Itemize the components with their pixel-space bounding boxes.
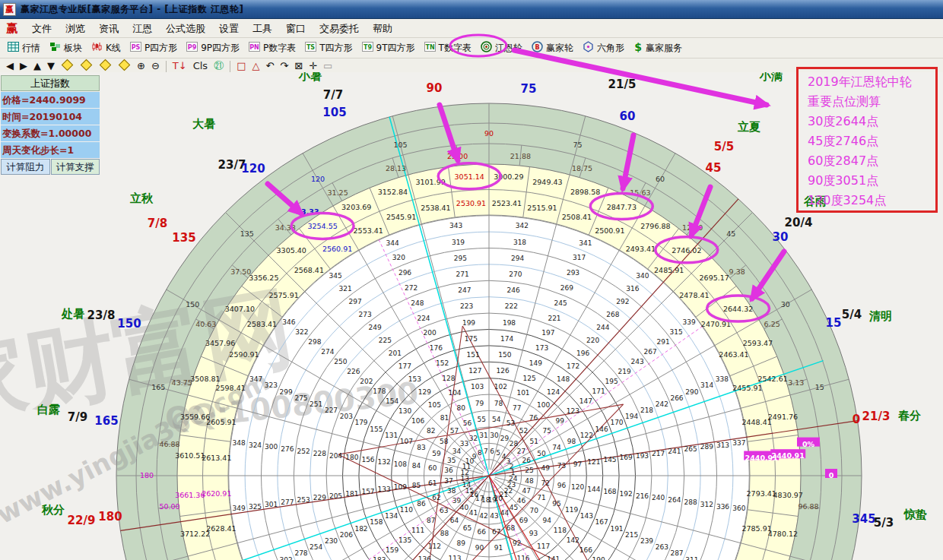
svg-text:2493.41: 2493.41 — [626, 245, 656, 253]
svg-text:219: 219 — [618, 368, 631, 375]
triangle-tool-icon[interactable]: △ — [249, 59, 262, 73]
svg-text:99: 99 — [556, 417, 565, 425]
step-down-icon[interactable] — [115, 59, 134, 73]
svg-text:171: 171 — [592, 388, 605, 395]
menu-item-7[interactable]: 窗口 — [279, 21, 313, 36]
menu-bar: 赢 文件浏览资讯江恩公式选股设置工具窗口交易委托帮助 — [0, 19, 943, 38]
svg-text:$: $ — [634, 41, 642, 52]
svg-text:302: 302 — [280, 556, 293, 560]
square-tool-icon[interactable]: □ — [233, 59, 249, 73]
svg-text:65: 65 — [463, 524, 472, 532]
menu-item-5[interactable]: 设置 — [212, 21, 246, 36]
calendar-icon[interactable]: ㉑ — [211, 59, 227, 73]
svg-text:T9: T9 — [364, 44, 372, 51]
toolbar-button-badge-tn[interactable]: TNT数字表 — [420, 40, 476, 56]
svg-text:45: 45 — [510, 504, 518, 511]
toolbar-button-badge-p9[interactable]: P99P四方形 — [182, 40, 244, 56]
t-range-icon[interactable]: T↓ — [170, 59, 190, 73]
svg-text:3.13: 3.13 — [788, 378, 804, 387]
badge-t9-icon: T9 — [362, 42, 373, 54]
menu-item-4[interactable]: 公式选股 — [159, 21, 212, 36]
svg-text:2949.43: 2949.43 — [532, 178, 562, 186]
zoom-out-icon[interactable]: ⊖ — [148, 59, 163, 73]
screen-icon[interactable]: ▭ — [320, 59, 335, 73]
step-up-icon[interactable] — [96, 59, 115, 73]
svg-text:242: 242 — [656, 400, 668, 408]
svg-text:106: 106 — [411, 417, 424, 425]
toolbar-button-blocks[interactable]: 板块 — [45, 40, 87, 56]
step-left-icon[interactable] — [58, 59, 77, 73]
prev-arrow-icon[interactable]: ◀ — [3, 59, 17, 73]
svg-text:135: 135 — [240, 229, 254, 238]
cls-button[interactable]: Cls — [190, 59, 211, 73]
menu-item-9[interactable]: 帮助 — [366, 21, 399, 36]
svg-text:195: 195 — [605, 378, 618, 385]
calc-support-button[interactable]: 计算支撑 — [51, 159, 100, 175]
svg-text:3: 3 — [506, 457, 511, 465]
toolbar-button-badge-ps[interactable]: PSP四方形 — [125, 40, 182, 56]
xbox-icon[interactable]: ⊠ — [291, 59, 306, 73]
svg-text:97: 97 — [573, 460, 582, 468]
next-arrow-icon[interactable]: ▶ — [17, 59, 30, 73]
svg-text:300: 300 — [265, 443, 278, 451]
svg-text:325: 325 — [249, 503, 262, 511]
toolbar-button-winner-wheel[interactable]: B赢家轮 — [527, 40, 578, 56]
index-name: 上证指数 — [1, 75, 100, 91]
svg-text:21/5: 21/5 — [608, 78, 637, 91]
menu-item-2[interactable]: 资讯 — [92, 21, 125, 36]
svg-text:5: 5 — [496, 449, 500, 457]
zoom-in-icon[interactable]: ⊕ — [134, 59, 148, 73]
svg-text:127: 127 — [468, 367, 481, 375]
rotate-cw-icon[interactable]: ↷ — [277, 59, 291, 73]
svg-text:314: 314 — [700, 381, 713, 389]
svg-text:299: 299 — [280, 388, 293, 396]
svg-text:83: 83 — [417, 444, 425, 451]
svg-text:277: 277 — [281, 498, 294, 506]
toolbar-button-kline[interactable]: K线 — [87, 40, 125, 56]
toolbar-button-hexagon[interactable]: 六角形 — [578, 40, 629, 56]
svg-text:2508.41: 2508.41 — [562, 213, 592, 221]
svg-text:167: 167 — [595, 518, 608, 526]
toolbar-button-badge-pn[interactable]: PNP数字表 — [244, 40, 300, 56]
menu-item-6[interactable]: 工具 — [246, 21, 279, 36]
fit-icon[interactable]: ✛ — [306, 59, 320, 73]
svg-text:60: 60 — [620, 109, 636, 123]
pointer-down-icon[interactable]: ▼ — [44, 59, 58, 73]
svg-text:181: 181 — [345, 490, 358, 498]
annotation-line-3: 45度2746点 — [808, 131, 935, 151]
svg-text:大暑: 大暑 — [192, 117, 215, 131]
toolbar-button-badge-ts[interactable]: TST四方形 — [300, 40, 357, 56]
svg-text:92: 92 — [513, 539, 521, 547]
menu-item-1[interactable]: 浏览 — [59, 21, 92, 36]
toolbar-button-gann-wheel[interactable]: 江恩轮 — [476, 40, 527, 56]
svg-text:271: 271 — [456, 271, 469, 278]
hexagon-icon — [583, 41, 594, 55]
menu-item-8[interactable]: 交易委托 — [313, 21, 366, 36]
svg-text:112: 112 — [428, 543, 441, 550]
rotate-ccw-icon[interactable]: ↶ — [262, 59, 277, 73]
svg-text:150: 150 — [498, 351, 511, 359]
toolbar-button-badge-t9[interactable]: T99T四方形 — [357, 40, 420, 56]
svg-text:TN: TN — [425, 44, 434, 51]
svg-text:199: 199 — [462, 319, 475, 327]
svg-text:80: 80 — [456, 404, 465, 412]
menu-item-0[interactable]: 文件 — [25, 21, 59, 36]
step-right-icon[interactable] — [77, 59, 96, 73]
svg-text:230: 230 — [325, 537, 338, 545]
svg-text:217: 217 — [652, 450, 665, 457]
menu-item-3[interactable]: 江恩 — [125, 21, 159, 36]
pointer-up-icon[interactable]: ▲ — [30, 59, 44, 73]
svg-text:2478.41: 2478.41 — [679, 291, 709, 299]
toolbar-button-table[interactable]: 行情 — [3, 40, 45, 56]
svg-text:72: 72 — [541, 479, 549, 487]
svg-text:89: 89 — [456, 539, 465, 547]
toolbar-button-dollar[interactable]: $赢家服务 — [629, 40, 687, 56]
svg-text:105: 105 — [428, 401, 441, 409]
svg-text:321: 321 — [339, 285, 352, 293]
svg-text:84: 84 — [412, 462, 421, 470]
svg-text:P9: P9 — [188, 44, 197, 51]
calc-resistance-button[interactable]: 计算阻力 — [1, 159, 50, 175]
svg-text:273: 273 — [359, 311, 372, 318]
svg-text:336: 336 — [716, 503, 729, 511]
svg-text:193: 193 — [636, 452, 649, 460]
